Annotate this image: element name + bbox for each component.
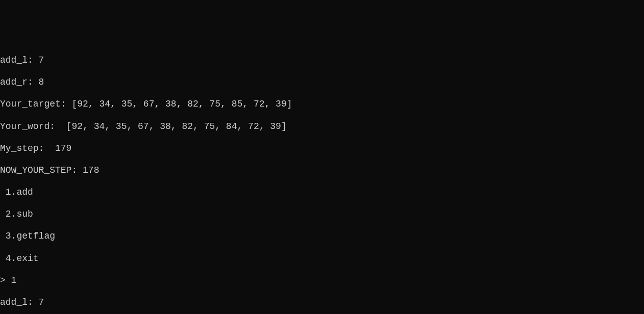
output-line-target-1: Your_target: [92, 34, 35, 67, 38, 82, 75…	[0, 99, 644, 110]
menu-option-add-1: 1.add	[0, 187, 644, 198]
menu-option-getflag-1: 3.getflag	[0, 231, 644, 242]
menu-option-sub-1: 2.sub	[0, 209, 644, 220]
terminal-output[interactable]: add_l: 7 add_r: 8 Your_target: [92, 34, …	[0, 44, 644, 314]
output-line-add-r-1: add_r: 8	[0, 77, 644, 88]
menu-option-exit-1: 4.exit	[0, 253, 644, 265]
output-line-add-l-2: add_l: 7	[0, 297, 644, 308]
output-line-nowstep-1: NOW_YOUR_STEP: 178	[0, 165, 644, 176]
output-line-word-1: Your_word: [92, 34, 35, 67, 38, 82, 75, …	[0, 121, 644, 133]
output-line-mystep-1: My_step: 179	[0, 143, 644, 154]
output-line-add-l-1: add_l: 7	[0, 55, 644, 66]
prompt-input-1: > 1	[0, 275, 644, 286]
